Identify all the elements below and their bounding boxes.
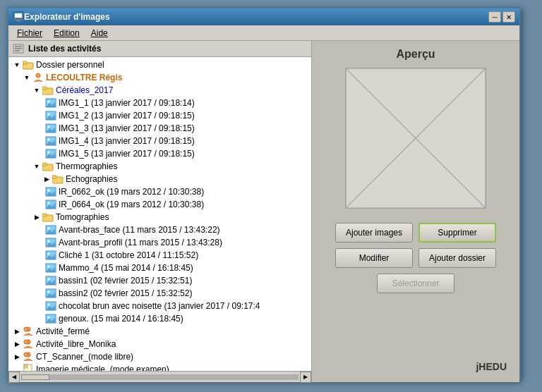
list-item[interactable]: ▼ Dossier personnel — [8, 59, 311, 71]
list-item[interactable]: genoux. (15 mai 2014 / 16:18:45) — [8, 312, 311, 325]
svg-point-17 — [47, 113, 50, 116]
preview-area — [345, 68, 486, 209]
item-label: Activité_libre_Monika — [36, 339, 116, 349]
list-item[interactable]: ▶ CT_Scanner_(mode libre) — [8, 350, 311, 363]
list-item[interactable]: IMG1_1 (13 janvier 2017 / 09:18:14) — [8, 97, 311, 109]
folder-icon — [42, 161, 54, 172]
item-label: Echographies — [66, 174, 117, 184]
item-label: Avant-bras_profil (11 mars 2015 / 13:43:… — [59, 238, 222, 247]
svg-point-14 — [47, 100, 50, 103]
buttons-row-2: Modifier Ajouter dossier — [326, 248, 505, 268]
menubar: Fichier Edition Aide — [8, 25, 519, 41]
scroll-right-button[interactable]: ▶ — [300, 372, 311, 383]
svg-point-33 — [47, 189, 50, 192]
close-button[interactable]: ✕ — [502, 11, 515, 23]
list-icon — [13, 43, 24, 54]
main-window: Explorateur d'images ─ ✕ Fichier Edition… — [7, 7, 521, 381]
menu-aide[interactable]: Aide — [85, 27, 114, 39]
list-item[interactable]: Imagerie médicale_(mode examen) — [8, 363, 311, 371]
list-item[interactable]: bassin1 (02 février 2015 / 15:32:51) — [8, 274, 311, 287]
modifier-button[interactable]: Modifier — [335, 248, 413, 268]
ajouter-images-button[interactable]: Ajouter images — [335, 223, 413, 243]
expand-icon[interactable]: ▶ — [32, 213, 41, 221]
image-icon — [45, 224, 56, 235]
expand-icon[interactable]: ▶ — [13, 327, 21, 336]
list-item[interactable]: Mammo_4 (15 mai 2014 / 16:18:45) — [8, 262, 311, 274]
expand-icon[interactable]: ▼ — [13, 61, 21, 69]
image-icon — [45, 123, 56, 134]
item-label: Avant-bras_face (11 mars 2015 / 13:43:22… — [59, 225, 220, 235]
item-label: IMG1_5 (13 janvier 2017 / 09:18:15) — [59, 149, 195, 159]
right-panel: Aperçu Ajouter images Supprimer Modifier… — [312, 41, 519, 382]
list-item[interactable]: ▼ Thermographies — [8, 160, 311, 173]
svg-point-50 — [47, 265, 50, 268]
svg-rect-9 — [23, 61, 27, 64]
list-item[interactable]: IMG1_5 (13 janvier 2017 / 09:18:15) — [8, 147, 311, 160]
list-item[interactable]: Avant-bras_face (11 mars 2015 / 13:43:22… — [8, 223, 311, 236]
expand-icon[interactable]: ▶ — [13, 353, 21, 361]
window-controls: ─ ✕ — [488, 11, 515, 23]
expand-icon[interactable]: ▼ — [32, 162, 41, 171]
item-label: Tomographies — [56, 212, 109, 222]
image-icon — [45, 288, 56, 299]
list-item[interactable]: ▶ Activité_libre_Monika — [8, 338, 311, 350]
person-icon — [32, 72, 44, 83]
svg-rect-12 — [42, 87, 47, 90]
item-label: Imagerie médicale_(mode examen) — [36, 365, 169, 371]
list-item[interactable]: Cliché 1 (31 octobre 2014 / 11:15:52) — [8, 249, 311, 262]
item-label: genoux. (15 mai 2014 / 16:18:45) — [59, 314, 183, 324]
svg-point-20 — [47, 125, 50, 128]
svg-point-26 — [47, 151, 50, 154]
expand-icon[interactable]: ▶ — [42, 175, 51, 183]
svg-point-36 — [47, 202, 50, 204]
item-label: IMG1_2 (13 janvier 2017 / 09:18:15) — [59, 111, 195, 121]
list-item[interactable]: IMG1_3 (13 janvier 2017 / 09:18:15) — [8, 122, 311, 135]
folder-icon — [52, 173, 64, 185]
activity-icon — [23, 326, 34, 337]
list-item[interactable]: ▼ LECOULTRE Régis — [8, 71, 311, 84]
svg-point-69 — [24, 353, 28, 357]
svg-rect-3 — [17, 20, 20, 21]
supprimer-button[interactable]: Supprimer — [418, 223, 496, 243]
list-item[interactable]: IMG1_4 (13 janvier 2017 / 09:18:15) — [8, 135, 311, 147]
minimize-button[interactable]: ─ — [488, 11, 501, 23]
tree-area[interactable]: ▼ Dossier personnel ▼ — [8, 57, 311, 371]
image-icon — [45, 313, 56, 324]
expand-icon[interactable]: ▼ — [23, 73, 31, 82]
list-item[interactable]: ▶ Activité_fermé — [8, 325, 311, 338]
item-label: Céréales_2017 — [56, 85, 113, 95]
expand-icon[interactable]: ▼ — [32, 86, 41, 94]
item-label: Dossier personnel — [36, 60, 104, 70]
window-icon — [13, 11, 24, 23]
list-item[interactable]: IMG1_2 (13 janvier 2017 / 09:18:15) — [8, 109, 311, 122]
scroll-thumb[interactable] — [21, 374, 49, 380]
image-icon — [45, 148, 56, 159]
item-label: IR_0662_ok (19 mars 2012 / 10:30:38) — [59, 187, 204, 197]
folder-icon — [23, 59, 34, 71]
item-label: bassin2 (02 février 2015 / 15:32:52) — [59, 288, 192, 298]
svg-rect-71 — [24, 365, 28, 368]
list-item[interactable]: bassin2 (02 février 2015 / 15:32:52) — [8, 287, 311, 300]
folder-icon — [42, 212, 54, 223]
svg-point-56 — [47, 290, 50, 293]
expand-icon[interactable]: ▶ — [13, 340, 21, 348]
scroll-left-button[interactable]: ◀ — [8, 372, 20, 383]
list-item[interactable]: IR_0664_ok (19 mars 2012 / 10:30:38) — [8, 198, 311, 211]
ajouter-dossier-button[interactable]: Ajouter dossier — [418, 248, 496, 268]
item-label: LECOULTRE Régis — [46, 73, 122, 82]
list-item[interactable]: IR_0662_ok (19 mars 2012 / 10:30:38) — [8, 185, 311, 198]
selectionner-button[interactable]: Sélectionner — [377, 274, 454, 293]
scroll-track[interactable] — [21, 374, 299, 380]
item-label: Mammo_4 (15 mai 2014 / 16:18:45) — [59, 263, 193, 273]
list-item[interactable]: chocolat brun avec noisette (13 janvier … — [8, 300, 311, 312]
image-icon — [45, 300, 56, 312]
list-item[interactable]: ▼ Céréales_2017 — [8, 84, 311, 97]
list-item[interactable]: Avant-bras_profil (11 mars 2015 / 13:43:… — [8, 236, 311, 249]
list-item[interactable]: ▶ Echographies — [8, 173, 311, 185]
list-item[interactable]: ▶ Tomographies — [8, 211, 311, 223]
horizontal-scrollbar[interactable]: ◀ ▶ — [8, 371, 311, 382]
brand-label: jHEDU — [319, 361, 512, 375]
menu-edition[interactable]: Edition — [48, 27, 85, 39]
menu-fichier[interactable]: Fichier — [11, 27, 48, 39]
item-label: bassin1 (02 février 2015 / 15:32:51) — [59, 276, 192, 286]
